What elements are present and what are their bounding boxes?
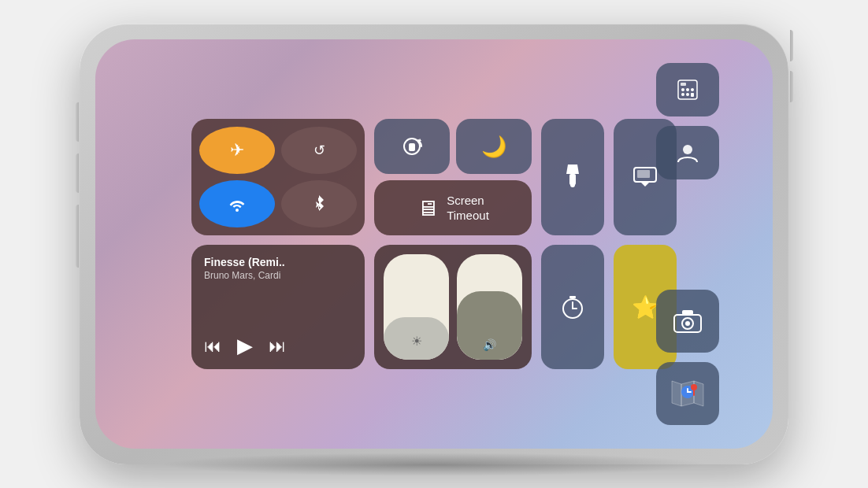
screen-lock-rotation-button[interactable] xyxy=(374,119,450,174)
song-artist: Bruno Mars, Cardi xyxy=(204,270,352,281)
play-button[interactable]: ▶ xyxy=(237,334,253,358)
svg-point-17 xyxy=(681,88,684,91)
screen-timeout-label: Screen Timeout xyxy=(447,193,489,224)
side-button-mute[interactable] xyxy=(76,102,79,142)
screen-timeout-icon: 🖥 xyxy=(417,195,439,221)
svg-point-21 xyxy=(686,93,689,96)
svg-rect-22 xyxy=(691,93,694,97)
wifi-button[interactable] xyxy=(199,180,275,227)
svg-point-20 xyxy=(681,93,684,96)
airplane-mode-button[interactable]: ✈ xyxy=(199,127,275,174)
brightness-icon: ☀ xyxy=(384,334,449,349)
svg-rect-5 xyxy=(637,170,650,178)
svg-point-14 xyxy=(691,384,697,390)
svg-point-19 xyxy=(691,88,694,91)
music-info: Finesse (Remi.. Bruno Mars, Cardi xyxy=(204,256,352,281)
phone-shadow xyxy=(158,453,710,476)
svg-point-10 xyxy=(685,321,690,326)
brightness-slider[interactable]: ☀ xyxy=(384,254,449,360)
svg-point-3 xyxy=(570,183,575,187)
music-controls: ⏮ ▶ ⏭ xyxy=(204,334,352,358)
screen-timeout-button[interactable]: 🖥 Screen Timeout xyxy=(374,180,532,235)
contacts-button[interactable] xyxy=(656,126,719,179)
phone-frame: ✈ ↺ xyxy=(80,24,788,464)
side-button-vol-down[interactable] xyxy=(76,205,79,268)
phone-screen: ✈ ↺ xyxy=(95,39,773,449)
volume-icon: 🔊 xyxy=(457,338,522,352)
rotation-lock-button[interactable]: ↺ xyxy=(281,127,357,174)
calculator-button[interactable] xyxy=(656,63,719,116)
flashlight-button[interactable] xyxy=(541,119,604,235)
svg-rect-1 xyxy=(409,143,415,151)
sliders-block: ☀ 🔊 xyxy=(374,245,532,369)
next-button[interactable]: ⏭ xyxy=(269,336,286,357)
music-player-block: Finesse (Remi.. Bruno Mars, Cardi ⏮ ▶ ⏭ xyxy=(191,245,365,369)
svg-point-23 xyxy=(683,145,692,154)
svg-rect-11 xyxy=(682,310,693,315)
song-title: Finesse (Remi.. xyxy=(204,256,352,268)
prev-button[interactable]: ⏮ xyxy=(204,336,221,357)
connectivity-block: ✈ ↺ xyxy=(191,119,365,235)
svg-point-18 xyxy=(686,88,689,91)
timer-button[interactable] xyxy=(541,245,604,369)
camera-button[interactable] xyxy=(656,290,719,353)
do-not-disturb-button[interactable]: 🌙 xyxy=(456,119,532,174)
bluetooth-button[interactable] xyxy=(281,180,357,227)
control-center: ✈ ↺ xyxy=(95,39,773,449)
volume-slider[interactable]: 🔊 xyxy=(457,254,522,360)
side-button-vol-up[interactable] xyxy=(76,153,79,193)
svg-rect-16 xyxy=(681,83,686,86)
svg-rect-7 xyxy=(569,296,576,298)
maps-button[interactable] xyxy=(656,362,719,425)
